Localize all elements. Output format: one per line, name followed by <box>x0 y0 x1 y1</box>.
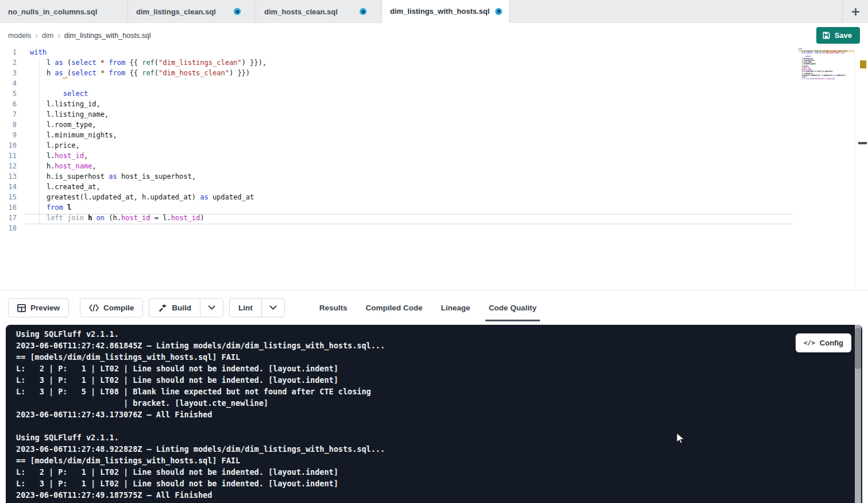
panel-tab-compiled-code[interactable]: Compiled Code <box>357 295 432 321</box>
line-number: 14 <box>0 183 25 193</box>
panel-tab-strip: ResultsCompiled CodeLineageCode Quality <box>310 295 546 321</box>
tab-label: dim_hosts_clean.sql <box>264 7 338 16</box>
line-number: 9 <box>0 131 25 141</box>
terminal-panel[interactable]: Using SQLFluff v2.1.1.2023-06-06T11:27:4… <box>6 325 862 503</box>
terminal-line: L: 3 | P: 1 | LT02 | Line should not be … <box>16 479 845 490</box>
unsaved-changes-icon[interactable] <box>234 8 241 15</box>
hammer-icon <box>158 304 167 313</box>
code-line-11[interactable]: l.host_id, <box>30 152 792 162</box>
panel-tab-code-quality[interactable]: Code Quality <box>480 295 546 321</box>
save-button-label: Save <box>835 31 852 40</box>
terminal-line <box>16 421 845 433</box>
breadcrumb-item-dim_listings_with_hosts.sql[interactable]: dim_listings_with_hosts.sql <box>64 32 151 40</box>
unsaved-changes-icon[interactable] <box>495 8 502 15</box>
line-number: 6 <box>0 100 25 110</box>
tab-label: dim_listings_clean.sql <box>136 7 216 16</box>
new-tab-button[interactable] <box>843 0 868 23</box>
tab-no_nulls_in_columns.sql[interactable]: no_nulls_in_columns.sql <box>0 0 128 23</box>
minimap-content: with l as (select * from {{ ref("dim_lis… <box>798 48 854 82</box>
line-number: 7 <box>0 110 25 121</box>
line-number: 2 <box>0 59 25 69</box>
panel-tab-lineage[interactable]: Lineage <box>432 295 480 321</box>
config-button[interactable]: </> Config <box>796 333 851 352</box>
panel-tab-results[interactable]: Results <box>310 295 357 321</box>
tab-bar-spacer <box>510 0 843 22</box>
code-line-6[interactable]: l.listing_id, <box>30 100 792 110</box>
breadcrumb-item-dim[interactable]: dim <box>42 32 53 40</box>
line-number: 3 <box>0 69 25 79</box>
tab-dim_listings_clean.sql[interactable]: dim_listings_clean.sql <box>128 0 256 23</box>
terminal-line: == [models/dim/dim_listings_with_hosts.s… <box>16 352 845 364</box>
code-line-16[interactable]: from l <box>30 203 792 214</box>
line-number: 10 <box>0 141 25 152</box>
action-toolbar: Preview Compile Build Lint <box>0 290 868 325</box>
editor-minimap[interactable]: with l as (select * from {{ ref("dim_lis… <box>798 48 854 117</box>
terminal-line: 2023-06-06T11:27:43.173076Z — All Finish… <box>16 410 845 421</box>
line-number: 8 <box>0 121 25 131</box>
compile-button-label: Compile <box>103 304 134 312</box>
code-line-4[interactable] <box>30 79 792 90</box>
terminal-line: 2023-06-06T11:27:48.922828Z — Linting mo… <box>16 444 845 456</box>
code-line-2[interactable]: l as (select * from {{ ref("dim_listings… <box>30 59 792 69</box>
terminal-line: L: 3 | P: 5 | LT08 | Blank line expected… <box>16 387 845 398</box>
code-brackets-icon: </> <box>804 339 815 347</box>
lint-button[interactable]: Lint <box>230 299 261 317</box>
overview-cursor-marker <box>858 142 867 144</box>
chevron-down-icon <box>208 305 215 310</box>
line-number: 1 <box>0 48 25 59</box>
build-button-label: Build <box>172 304 191 312</box>
code-line-13[interactable]: h.is_superhost as host_is_superhost, <box>30 172 792 183</box>
code-line-5[interactable]: select <box>30 90 792 100</box>
code-editor[interactable]: 123456789101112131415161718 with l as (s… <box>0 48 868 290</box>
tab-bar: no_nulls_in_columns.sqldim_listings_clea… <box>0 0 868 23</box>
code-line-14[interactable]: l.created_at, <box>30 183 792 193</box>
code-line-12[interactable]: h.host_name, <box>30 162 792 172</box>
build-split-button: Build <box>149 298 223 317</box>
terminal-output: Using SQLFluff v2.1.1.2023-06-06T11:27:4… <box>16 329 845 502</box>
preview-grid-icon <box>17 304 26 312</box>
line-number: 15 <box>0 193 25 203</box>
line-number: 4 <box>0 79 25 90</box>
terminal-line: L: 2 | P: 1 | LT02 | Line should not be … <box>16 364 845 375</box>
unsaved-changes-icon[interactable] <box>360 8 367 15</box>
code-line-8[interactable]: l.room_type, <box>30 121 792 131</box>
lint-button-label: Lint <box>238 304 253 312</box>
code-line-10[interactable]: l.price, <box>30 141 792 152</box>
plus-icon <box>851 7 861 17</box>
breadcrumb-separator: › <box>35 31 38 40</box>
line-number: 5 <box>0 90 25 100</box>
line-number: 16 <box>0 203 25 214</box>
terminal-line: Using SQLFluff v2.1.1. <box>16 329 845 341</box>
build-dropdown-toggle[interactable] <box>200 299 223 317</box>
compile-button[interactable]: Compile <box>80 298 143 317</box>
breadcrumb-item-models[interactable]: models <box>8 32 31 40</box>
lint-dropdown-toggle[interactable] <box>261 299 284 317</box>
overview-warning-marker <box>860 60 866 68</box>
code-line-17[interactable]: left join h on (h.host_id = l.host_id) <box>30 214 792 224</box>
code-line-7[interactable]: l.listing_name, <box>30 110 792 121</box>
editor-gutter: 123456789101112131415161718 <box>0 48 25 235</box>
lint-split-button: Lint <box>229 298 285 317</box>
terminal-line: L: 2 | P: 1 | LT02 | Line should not be … <box>16 467 845 479</box>
preview-button[interactable]: Preview <box>8 298 69 317</box>
code-line-9[interactable]: l.minimum_nights, <box>30 131 792 141</box>
tab-dim_hosts_clean.sql[interactable]: dim_hosts_clean.sql <box>256 0 382 23</box>
tab-dim_listings_with_hosts.sql[interactable]: dim_listings_with_hosts.sql <box>382 0 510 23</box>
code-line-18[interactable] <box>30 224 792 235</box>
editor-code-area[interactable]: with l as (select * from {{ ref("dim_lis… <box>30 48 792 235</box>
line-number: 12 <box>0 162 25 172</box>
build-button[interactable]: Build <box>149 299 200 317</box>
tab-strip: no_nulls_in_columns.sqldim_listings_clea… <box>0 0 510 22</box>
code-line-1[interactable]: with <box>30 48 792 59</box>
save-button[interactable]: Save <box>816 27 860 44</box>
file-header-bar: models›dim›dim_listings_with_hosts.sql S… <box>0 23 868 48</box>
save-icon <box>822 31 831 40</box>
code-brackets-icon <box>89 304 99 312</box>
line-number: 18 <box>0 224 25 235</box>
editor-scrollbar-track <box>854 48 855 290</box>
terminal-line: Using SQLFluff v2.1.1. <box>16 433 845 444</box>
terminal-scrollbar-thumb[interactable] <box>855 328 861 369</box>
code-line-3[interactable]: h as (select * from {{ ref("dim_hosts_cl… <box>30 69 792 79</box>
tab-label: no_nulls_in_columns.sql <box>8 7 97 16</box>
code-line-15[interactable]: greatest(l.updated_at, h.updated_at) as … <box>30 193 792 203</box>
